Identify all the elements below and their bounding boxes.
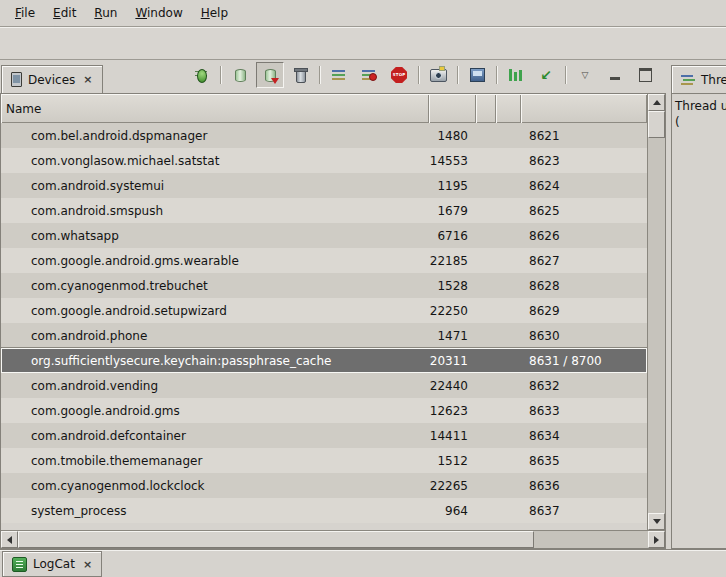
table-row[interactable]: com.google.android.setupwizard 22250 862… <box>1 298 647 323</box>
close-icon[interactable]: × <box>81 558 92 571</box>
process-name: com.google.android.gms <box>1 404 429 418</box>
process-name: system_process <box>1 504 429 518</box>
process-port: 8626 <box>521 229 647 243</box>
screenshot-icon-button[interactable] <box>424 62 452 88</box>
table-row[interactable]: com.google.android.gms 12623 8633 <box>1 398 647 423</box>
update-threads-icon-button[interactable] <box>325 62 353 88</box>
maximize-icon-button[interactable] <box>631 62 659 88</box>
process-port: 8632 <box>521 379 647 393</box>
heap-icon-button[interactable] <box>226 62 254 88</box>
hierarchy-icon <box>509 69 523 81</box>
process-pid: 14411 <box>429 429 476 443</box>
devices-toolbar: STOP↙▽ <box>187 62 665 93</box>
table-inner: Name com.bel.android.dspmanager 1480 862… <box>1 94 647 530</box>
devices-panel: Devices × STOP↙▽ Name com.bel.android.ds… <box>0 60 666 549</box>
process-name: com.android.defcontainer <box>1 429 429 443</box>
method-profiling-icon-button[interactable] <box>355 62 383 88</box>
hierarchy-icon-button[interactable] <box>502 62 530 88</box>
table-row[interactable]: com.tmobile.thememanager 1512 8635 <box>1 448 647 473</box>
close-icon[interactable]: × <box>81 73 92 86</box>
column-header-name[interactable]: Name <box>1 94 429 123</box>
table-header-row: Name <box>1 94 647 123</box>
horizontal-scroll-thumb[interactable] <box>18 531 534 548</box>
debug-icon <box>195 68 207 82</box>
column-header-blank-3[interactable] <box>496 94 521 123</box>
process-port: 8636 <box>521 479 647 493</box>
view-menu-icon-button[interactable]: ▽ <box>571 62 599 88</box>
process-pid: 1528 <box>429 279 476 293</box>
right-arrow-icon <box>654 536 659 544</box>
gc-icon <box>294 68 306 82</box>
table-row[interactable]: com.cyanogenmod.lockclock 22265 8636 <box>1 473 647 498</box>
process-pid: 1480 <box>429 129 476 143</box>
table-row[interactable]: com.google.android.gms.wearable 22185 86… <box>1 248 647 273</box>
minimize-icon-button[interactable] <box>601 62 629 88</box>
process-port: 8629 <box>521 304 647 318</box>
scroll-right-button[interactable] <box>648 531 665 548</box>
process-pid: 12623 <box>429 404 476 418</box>
table-row[interactable]: com.android.smspush 1679 8625 <box>1 198 647 223</box>
process-name: com.android.phone <box>1 329 429 343</box>
process-name: com.vonglasow.michael.satstat <box>1 154 429 168</box>
stop-icon-button[interactable]: STOP <box>385 62 413 88</box>
process-port: 8624 <box>521 179 647 193</box>
toolbar-separator <box>493 64 500 86</box>
systrace-icon-button[interactable]: ↙ <box>532 62 560 88</box>
process-name: org.sufficientlysecure.keychain:passphra… <box>1 354 429 368</box>
table-row[interactable]: com.cyanogenmod.trebuchet 1528 8628 <box>1 273 647 298</box>
stop-icon: STOP <box>391 67 407 83</box>
process-port: 8637 <box>521 504 647 518</box>
maximize-icon <box>639 68 652 82</box>
table-row[interactable]: com.android.defcontainer 14411 8634 <box>1 423 647 448</box>
table-row[interactable]: com.android.vending 22440 8632 <box>1 373 647 398</box>
process-pid: 14553 <box>429 154 476 168</box>
process-pid: 20311 <box>429 354 476 368</box>
threads-message: Thread up ( <box>671 93 726 549</box>
menu-file[interactable]: File <box>6 2 44 24</box>
process-pid: 22185 <box>429 254 476 268</box>
process-pid: 1471 <box>429 329 476 343</box>
process-pid: 1512 <box>429 454 476 468</box>
threads-icon <box>681 74 695 86</box>
table-row[interactable]: com.bel.android.dspmanager 1480 8621 <box>1 123 647 148</box>
table-row[interactable]: org.sufficientlysecure.keychain:passphra… <box>1 348 647 373</box>
process-port: 8630 <box>521 329 647 343</box>
menu-window[interactable]: Window <box>126 2 191 24</box>
menu-help[interactable]: Help <box>192 2 237 24</box>
menu-run[interactable]: Run <box>85 2 126 24</box>
tab-logcat-label: LogCat <box>33 557 75 571</box>
menu-edit[interactable]: Edit <box>44 2 85 24</box>
process-table: Name com.bel.android.dspmanager 1480 862… <box>0 93 666 549</box>
table-row[interactable]: com.android.phone 1471 8630 <box>1 323 647 348</box>
table-row[interactable]: com.android.systemui 1195 8624 <box>1 173 647 198</box>
gc-icon-button[interactable] <box>286 62 314 88</box>
process-name: com.google.android.setupwizard <box>1 304 429 318</box>
main-area: Devices × STOP↙▽ Name com.bel.android.ds… <box>0 60 726 549</box>
tab-devices[interactable]: Devices × <box>1 65 103 93</box>
process-name: com.cyanogenmod.trebuchet <box>1 279 429 293</box>
vertical-scroll-thumb[interactable] <box>648 111 665 138</box>
table-row[interactable]: system_process 964 8637 <box>1 498 647 523</box>
scroll-down-button[interactable] <box>648 513 665 530</box>
tab-threads[interactable]: Threads <box>671 65 726 93</box>
update-threads-icon <box>332 69 347 81</box>
column-header-blank-1[interactable] <box>429 94 476 123</box>
debug-icon-button[interactable] <box>187 62 215 88</box>
process-name: com.tmobile.thememanager <box>1 454 429 468</box>
tab-logcat[interactable]: LogCat × <box>2 551 102 577</box>
hprof-icon-button[interactable] <box>256 62 284 88</box>
table-row[interactable]: com.vonglasow.michael.satstat 14553 8623 <box>1 148 647 173</box>
table-row[interactable]: com.whatsapp 6716 8626 <box>1 223 647 248</box>
tab-threads-label: Threads <box>701 73 726 87</box>
column-header-blank-2[interactable] <box>476 94 496 123</box>
scroll-up-button[interactable] <box>648 94 665 111</box>
process-pid: 1195 <box>429 179 476 193</box>
devices-tabrow: Devices × STOP↙▽ <box>0 60 666 93</box>
tab-devices-label: Devices <box>28 73 75 87</box>
heap-icon <box>235 69 246 82</box>
process-name: com.android.systemui <box>1 179 429 193</box>
column-header-blank-4[interactable] <box>521 94 647 123</box>
process-pid: 964 <box>429 504 476 518</box>
video-capture-icon-button[interactable] <box>463 62 491 88</box>
scroll-left-button[interactable] <box>1 531 18 548</box>
